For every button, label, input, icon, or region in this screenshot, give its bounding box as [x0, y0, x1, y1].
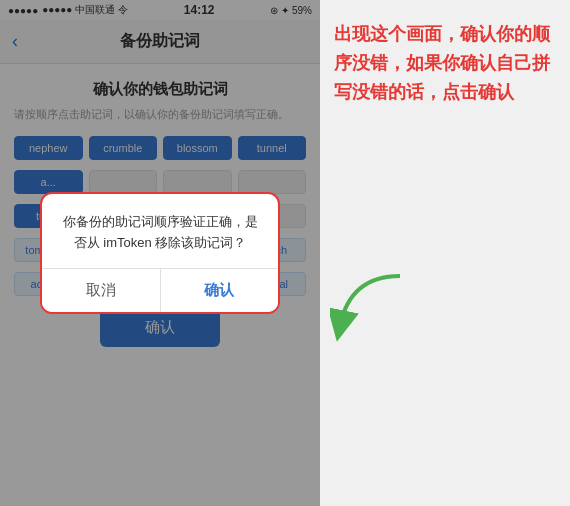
dialog-body: 你备份的助记词顺序验证正确，是否从 imToken 移除该助记词？	[42, 194, 278, 268]
dialog-ok-button[interactable]: 确认	[161, 269, 279, 312]
dialog-cancel-button[interactable]: 取消	[42, 269, 161, 312]
annotation-area: 出现这个画面，确认你的顺序没错，如果你确认自己拼写没错的话，点击确认	[320, 0, 570, 506]
dialog-message: 你备份的助记词顺序验证正确，是否从 imToken 移除该助记词？	[58, 212, 262, 254]
dialog-box: 你备份的助记词顺序验证正确，是否从 imToken 移除该助记词？ 取消 确认	[40, 192, 280, 314]
arrow-icon	[330, 266, 410, 346]
phone-frame: ●●●●● ●●●●● 中国联通 令 14:12 ⊛ ✦ 59% ‹ 备份助记词…	[0, 0, 320, 506]
dialog-actions: 取消 确认	[42, 268, 278, 312]
dialog-overlay: 你备份的助记词顺序验证正确，是否从 imToken 移除该助记词？ 取消 确认	[0, 0, 320, 506]
annotation-text: 出现这个画面，确认你的顺序没错，如果你确认自己拼写没错的话，点击确认	[334, 20, 556, 106]
